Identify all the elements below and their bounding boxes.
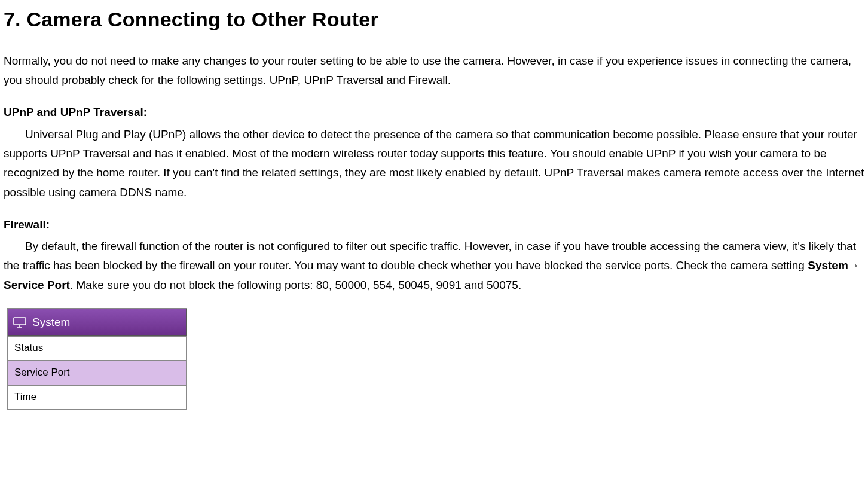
- nav-system-label: System: [808, 259, 848, 271]
- firewall-post: . Make sure you do not block the followi…: [70, 279, 521, 291]
- system-menu-header[interactable]: System: [8, 309, 187, 336]
- svg-rect-0: [14, 318, 26, 325]
- section-firewall-title: Firewall:: [4, 215, 864, 234]
- menu-item-status[interactable]: Status: [8, 336, 187, 361]
- firewall-pre: By default, the firewall function of the…: [4, 240, 856, 271]
- section-firewall-body: By default, the firewall function of the…: [4, 237, 864, 295]
- monitor-icon: [13, 317, 26, 328]
- page-title: 7. Camera Connecting to Other Router: [4, 2, 864, 37]
- nav-serviceport-label: Service Port: [4, 279, 70, 291]
- intro-paragraph: Normally, you do not need to make any ch…: [4, 51, 864, 90]
- menu-item-time[interactable]: Time: [8, 385, 187, 410]
- system-menu: System Status Service Port Time: [7, 308, 187, 410]
- arrow-icon: →: [848, 259, 860, 271]
- section-upnp-text: Universal Plug and Play (UPnP) allows th…: [4, 128, 864, 199]
- system-menu-header-label: System: [32, 313, 70, 332]
- section-upnp-body: Universal Plug and Play (UPnP) allows th…: [4, 125, 864, 202]
- section-upnp-title: UPnP and UPnP Traversal:: [4, 103, 864, 122]
- menu-item-service-port[interactable]: Service Port: [8, 361, 187, 385]
